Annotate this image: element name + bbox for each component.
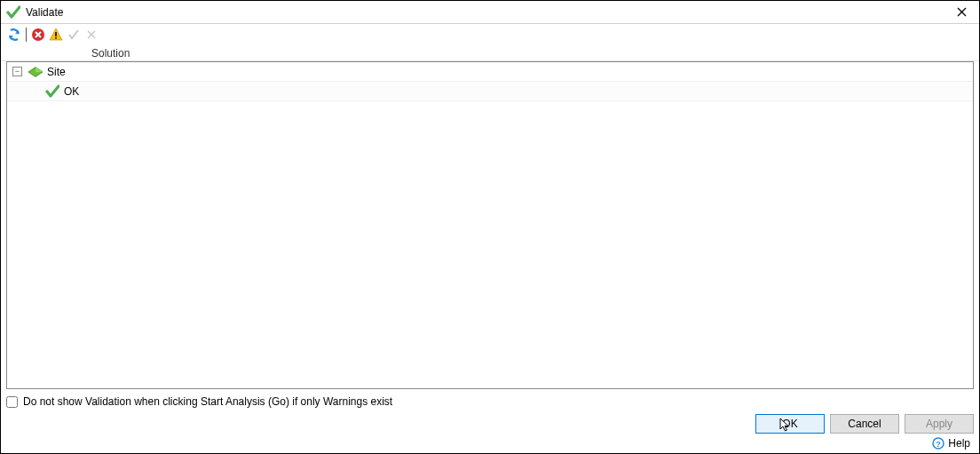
refresh-icon[interactable]	[6, 27, 22, 43]
svg-rect-2	[55, 37, 57, 39]
svg-rect-1	[55, 32, 57, 36]
small-close-icon[interactable]	[83, 27, 99, 43]
help-label[interactable]: Help	[948, 437, 970, 450]
svg-text:?: ?	[937, 440, 942, 449]
suppress-warnings-label: Do not show Validation when clicking Sta…	[23, 395, 392, 408]
checkbox-row: Do not show Validation when clicking Sta…	[6, 393, 974, 410]
help-icon[interactable]: ?	[932, 437, 944, 450]
tree-row-site[interactable]: − Site	[7, 62, 973, 82]
apply-button[interactable]: Apply	[905, 414, 974, 434]
tree-header: Solution	[1, 45, 979, 61]
bottom-panel: Do not show Validation when clicking Sta…	[1, 389, 979, 412]
window-title: Validate	[26, 6, 63, 19]
close-button[interactable]	[944, 1, 979, 24]
node-site-label: Site	[47, 66, 66, 78]
checkmark-icon	[44, 84, 60, 100]
ok-button[interactable]: OK	[755, 414, 825, 434]
toolbar	[1, 24, 979, 45]
site-diamond-icon	[28, 64, 43, 80]
titlebar: Validate	[1, 1, 979, 24]
checkmark-icon	[6, 5, 20, 20]
tree-view[interactable]: − Site OK	[6, 61, 974, 389]
node-ok-label: OK	[64, 85, 79, 98]
tree-row-ok[interactable]: OK	[7, 82, 973, 101]
help-row: ? Help	[1, 437, 979, 453]
warning-icon[interactable]	[48, 27, 64, 43]
suppress-warnings-checkbox[interactable]	[6, 396, 18, 408]
small-check-icon[interactable]	[66, 27, 82, 43]
collapse-icon[interactable]: −	[12, 67, 22, 76]
cancel-button[interactable]: Cancel	[830, 414, 899, 434]
header-solution-label: Solution	[1, 47, 130, 60]
ok-button-label: OK	[782, 418, 797, 430]
button-row: OK Cancel Apply	[1, 412, 979, 437]
validate-dialog: Validate	[0, 0, 980, 454]
toolbar-separator	[26, 28, 27, 42]
error-icon[interactable]	[30, 27, 46, 43]
